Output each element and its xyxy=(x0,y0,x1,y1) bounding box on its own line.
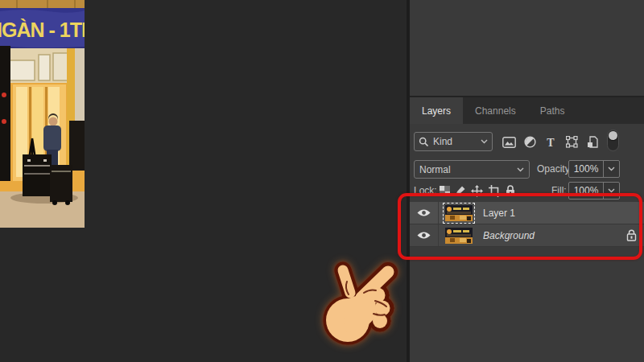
svg-text:T: T xyxy=(547,137,555,148)
smart-object-filter-icon[interactable] xyxy=(584,134,601,150)
document-canvas-image: NGÀN - 1TRI xyxy=(0,0,85,228)
layer-visibility-toggle[interactable] xyxy=(410,202,439,224)
background-lock-icon xyxy=(626,229,637,241)
layer-thumbnail[interactable] xyxy=(443,203,475,224)
photoshop-workspace: NGÀN - 1TRI xyxy=(0,0,644,362)
banner-text: NGÀN - 1TRI xyxy=(0,19,85,41)
shape-layers-filter-icon[interactable] xyxy=(563,134,580,150)
chevron-down-icon xyxy=(517,167,524,172)
tab-channels[interactable]: Channels xyxy=(463,97,528,124)
layer-thumbnail[interactable] xyxy=(443,225,475,246)
lock-transparent-pixels-icon[interactable] xyxy=(437,183,452,198)
lock-label: Lock: xyxy=(414,185,437,196)
chevron-down-icon xyxy=(608,188,615,193)
fill-value[interactable]: 100% xyxy=(569,183,603,199)
layer-row-background[interactable]: Background xyxy=(410,224,644,247)
lock-image-pixels-icon[interactable] xyxy=(453,183,468,198)
opacity-chevron[interactable] xyxy=(603,161,619,177)
type-layers-filter-icon[interactable]: T xyxy=(542,134,559,150)
lock-artboard-nesting-icon[interactable] xyxy=(487,183,502,198)
lock-position-icon[interactable] xyxy=(469,183,484,198)
fill-field[interactable]: 100% xyxy=(568,182,620,200)
pixel-layers-filter-icon[interactable] xyxy=(500,134,518,150)
tab-paths[interactable]: Paths xyxy=(528,97,577,124)
layer-name[interactable]: Background xyxy=(483,230,626,241)
search-icon xyxy=(419,137,429,147)
layers-panel: Layers Channels Paths Kind xyxy=(410,0,644,362)
layer-name[interactable]: Layer 1 xyxy=(483,208,644,219)
blend-mode-dropdown[interactable]: Normal xyxy=(414,160,530,179)
tab-paths-label: Paths xyxy=(540,105,565,117)
kind-label: Kind xyxy=(433,136,477,147)
chevron-down-icon xyxy=(608,167,615,171)
filter-toggle-knob xyxy=(609,131,617,140)
layer-filter-kind-dropdown[interactable]: Kind xyxy=(414,132,493,151)
filter-toggle[interactable] xyxy=(607,130,619,151)
adjustment-layers-filter-icon[interactable] xyxy=(521,134,539,150)
opacity-value[interactable]: 100% xyxy=(569,161,603,177)
layer-list: Layer 1 xyxy=(410,202,644,247)
pointing-hand-icon xyxy=(319,257,404,360)
lock-all-icon[interactable] xyxy=(503,183,518,198)
chevron-down-icon xyxy=(481,139,488,144)
fill-label: Fill: xyxy=(551,185,567,196)
blend-mode-value: Normal xyxy=(419,164,517,175)
layer-visibility-toggle[interactable] xyxy=(410,224,439,246)
opacity-label: Opacity: xyxy=(537,163,572,175)
eye-icon xyxy=(417,231,431,240)
eye-icon xyxy=(417,208,431,217)
tab-channels-label: Channels xyxy=(475,105,516,117)
layer-row-layer-1[interactable]: Layer 1 xyxy=(410,202,644,224)
panel-tabbar: Layers Channels Paths xyxy=(410,97,644,124)
tab-layers-label: Layers xyxy=(422,105,451,117)
fill-chevron[interactable] xyxy=(603,183,619,199)
opacity-field[interactable]: 100% xyxy=(568,160,620,178)
tab-layers[interactable]: Layers xyxy=(410,97,463,124)
